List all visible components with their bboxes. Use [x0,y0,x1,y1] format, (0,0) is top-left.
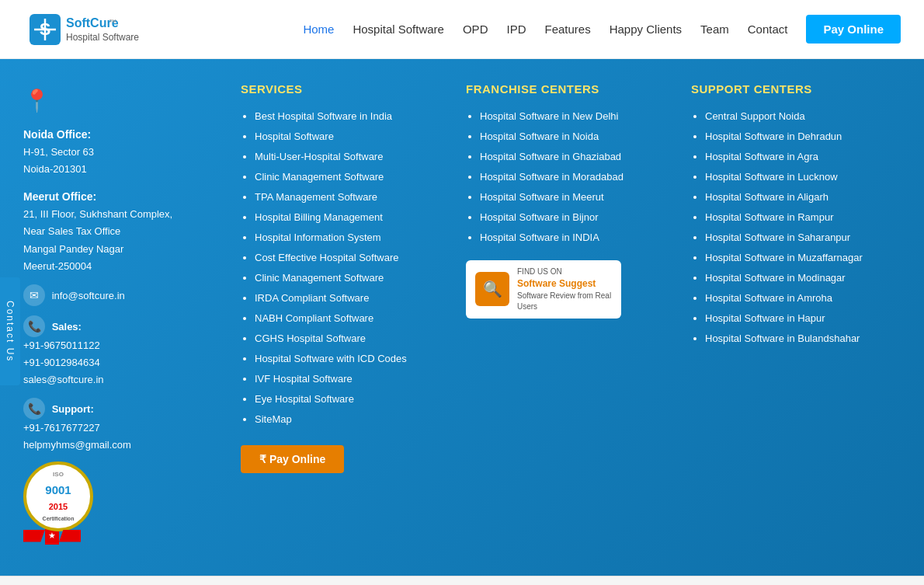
list-item: Hospital Software in Amroha [705,288,901,308]
software-suggest-text: FIND US ON Software Suggest Software Rev… [517,266,612,312]
support-link[interactable]: Hospital Software in Saharanpur [705,232,850,243]
service-link[interactable]: Eye Hospital Software [255,393,354,405]
service-link[interactable]: Clinic Management Software [255,272,384,284]
franchise-link[interactable]: Hospital Software in INDIA [480,232,599,243]
list-item: IRDA Compliant Software [255,288,450,308]
software-suggest-badge[interactable]: 🔍 FIND US ON Software Suggest Software R… [466,260,621,319]
noida-office-title: Noida Office: [23,128,91,141]
service-link[interactable]: Hospital Software [255,131,334,142]
svg-text:Hospital Software: Hospital Software [66,32,139,43]
service-link[interactable]: IRDA Compliant Software [255,292,369,304]
list-item: Hospital Software in Dehradun [705,127,901,147]
list-item: SiteMap [255,409,450,430]
list-item: Best Hospital Software in India [255,106,450,127]
list-item: TPA Management Software [255,187,450,207]
list-item: Hospital Software in Saharanpur [705,228,901,248]
franchise-link[interactable]: Hospital Software in Noida [480,131,599,142]
footer-copyright: © Copyright 2022 | Softcure HMS All Righ… [0,576,924,585]
phone1: +91-9675011122 [23,340,100,351]
service-link[interactable]: Best Hospital Software in India [255,110,392,122]
nav-contact[interactable]: Contact [748,23,788,36]
logo-area: S SoftCure ™ Hospital Software [23,8,148,50]
blue-footer-section: 📍 Noida Office: H-91, Sector 63 Noida-20… [0,59,924,576]
list-item: Hospital Software [255,127,450,147]
list-item: Hospital Software in Moradabad [480,167,676,187]
list-item: Hospital Software in Meerut [480,187,676,207]
list-item: Hospital Billing Management [255,207,450,228]
franchise-link[interactable]: Hospital Software in New Delhi [480,110,618,122]
list-item: Hospital Software in Rampur [705,207,901,228]
pay-online-footer-button[interactable]: ₹ Pay Online [241,445,344,473]
support-email[interactable]: helpmyhms@gmail.com [23,439,131,451]
service-link[interactable]: NABH Compliant Software [255,312,373,324]
franchise-link[interactable]: Hospital Software in Bijnor [480,211,598,223]
pay-online-button[interactable]: Pay Online [806,15,901,44]
iso-year: 2015 [49,500,68,514]
list-item: Hospital Software in Bijnor [480,207,676,228]
nav-opd[interactable]: OPD [463,23,488,36]
support-link[interactable]: Hospital Software in Modinagar [705,272,846,284]
list-item: Clinic Management Software [255,167,450,187]
support-label: Support: [52,403,94,415]
support-link[interactable]: Hospital Software in Agra [705,151,818,162]
franchise-link[interactable]: Hospital Software in Ghaziabad [480,151,621,162]
service-link[interactable]: SiteMap [255,413,292,425]
list-item: Hospital Information System [255,228,450,248]
service-link[interactable]: Hospital Software with ICD Codes [255,353,407,364]
site-header: S SoftCure ™ Hospital Software Home Hosp… [0,0,924,59]
ss-sub: Software Review from Real Users [517,291,611,311]
service-link[interactable]: Multi-User-Hospital Software [255,151,383,162]
support-link[interactable]: Hospital Software in Hapur [705,312,825,324]
nav-features[interactable]: Features [544,23,590,36]
nav-home[interactable]: Home [303,23,334,36]
support-phone: +91-7617677227 [23,422,100,434]
service-link[interactable]: Clinic Management Software [255,171,384,183]
sales-label: Sales: [52,321,82,333]
list-item: Multi-User-Hospital Software [255,147,450,167]
list-item: Hospital Software in Aligarh [705,187,901,207]
phone-icon-sales: 📞 [23,315,45,337]
meerut-addr3: Mangal Pandey Nagar [23,243,123,255]
support-link[interactable]: Hospital Software in Muzaffarnagar [705,252,863,263]
service-link[interactable]: Hospital Information System [255,232,381,243]
franchise-link[interactable]: Hospital Software in Meerut [480,191,604,203]
nav-hospital-software[interactable]: Hospital Software [353,23,444,36]
nav-happy-clients[interactable]: Happy Clients [610,23,682,36]
nav-ipd[interactable]: IPD [506,23,526,36]
email-link[interactable]: info@softcure.in [52,290,125,301]
support-link[interactable]: Hospital Software in Amroha [705,292,832,304]
contact-us-sidebar[interactable]: Contact Us [0,277,20,385]
list-item: Hospital Software in Agra [705,147,901,167]
service-link[interactable]: TPA Management Software [255,191,377,203]
sales-email[interactable]: sales@softcure.in [23,374,104,385]
franchise-column: Franchise Centers Hospital Software in N… [466,82,676,545]
service-link[interactable]: IVF Hospital Software [255,373,353,385]
support-heading: Support Centers [691,82,901,96]
service-link[interactable]: Hospital Billing Management [255,211,383,223]
ribbon-left [23,530,45,542]
svg-text:™: ™ [109,18,116,26]
phone2: +91-9012984634 [23,357,100,368]
support-link[interactable]: Hospital Software in Aligarh [705,191,828,203]
list-item: Hospital Software in Ghaziabad [480,147,676,167]
support-link[interactable]: Hospital Software in Dehradun [705,131,842,142]
iso-badge-wrapper: ISO 9001 2015 Certification ★ [23,461,225,545]
franchise-link[interactable]: Hospital Software in Moradabad [480,171,624,183]
support-link[interactable]: Hospital Software in Bulandshahar [705,333,860,344]
services-list: Best Hospital Software in India Hospital… [241,106,450,430]
phone-icon-support: 📞 [23,398,45,420]
meerut-office-title: Meerut Office: [23,190,96,203]
service-link[interactable]: Cost Effective Hospital Software [255,252,398,263]
list-item: Hospital Software in Modinagar [705,268,901,288]
list-item: CGHS Hospital Software [255,329,450,349]
list-item: Hospital Software in Hapur [705,308,901,329]
support-link[interactable]: Central Support Noida [705,110,805,122]
support-link[interactable]: Hospital Software in Rampur [705,211,833,223]
meerut-addr4: Meerut-250004 [23,260,92,272]
logo-image: S SoftCure ™ Hospital Software [23,8,148,50]
list-item: Hospital Software in Bulandshahar [705,329,901,349]
support-link[interactable]: Hospital Software in Lucknow [705,171,838,183]
service-link[interactable]: CGHS Hospital Software [255,333,366,344]
nav-team[interactable]: Team [700,23,729,36]
location-icon: 📍 [23,82,225,120]
